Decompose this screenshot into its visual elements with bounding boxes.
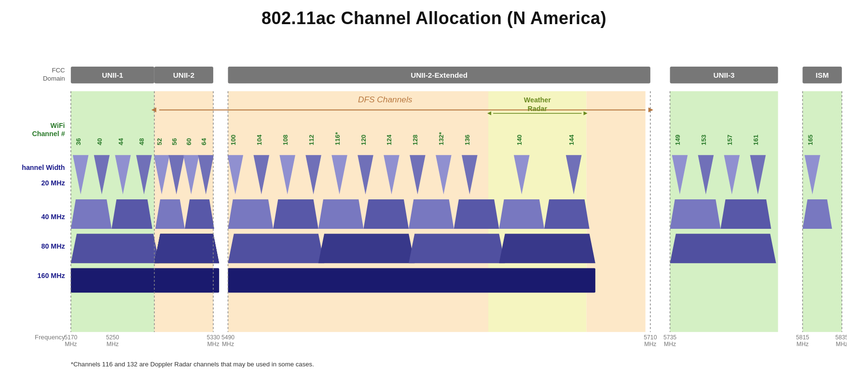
- svg-text:120: 120: [359, 135, 367, 145]
- svg-text:165: 165: [806, 135, 813, 145]
- svg-text:48: 48: [138, 138, 145, 145]
- svg-text:MHz: MHz: [796, 341, 808, 348]
- svg-rect-109: [228, 268, 595, 293]
- svg-marker-86: [111, 199, 152, 229]
- main-container: 802.11ac Channel Allocation (N America) …: [12, 3, 856, 388]
- svg-text:FCC: FCC: [52, 67, 65, 74]
- svg-text:112: 112: [307, 135, 315, 145]
- svg-text:5330: 5330: [207, 334, 220, 341]
- svg-text:UNII-2-Extended: UNII-2-Extended: [411, 71, 468, 79]
- svg-text:40 MHz: 40 MHz: [41, 212, 65, 220]
- svg-marker-106: [670, 234, 776, 263]
- svg-text:UNII-3: UNII-3: [713, 71, 734, 79]
- svg-text:UNII-1: UNII-1: [102, 71, 124, 79]
- svg-text:157: 157: [726, 135, 733, 145]
- svg-text:124: 124: [386, 134, 393, 145]
- svg-marker-88: [184, 199, 214, 229]
- svg-text:Channel #: Channel #: [32, 129, 65, 137]
- svg-text:161: 161: [752, 135, 759, 145]
- svg-marker-100: [70, 234, 159, 263]
- svg-marker-90: [273, 199, 318, 229]
- svg-text:5490: 5490: [221, 334, 234, 341]
- svg-text:128: 128: [412, 135, 419, 145]
- svg-text:5735: 5735: [663, 334, 676, 341]
- svg-text:MHz: MHz: [106, 341, 118, 348]
- svg-text:100: 100: [229, 135, 236, 145]
- svg-text:5815: 5815: [796, 334, 809, 341]
- svg-text:80 MHz: 80 MHz: [41, 242, 65, 250]
- svg-text:DFS Channels: DFS Channels: [358, 95, 412, 104]
- svg-marker-92: [363, 199, 409, 229]
- svg-marker-94: [454, 199, 499, 229]
- svg-marker-95: [499, 199, 544, 229]
- svg-marker-99: [802, 199, 832, 229]
- svg-text:40: 40: [96, 138, 103, 145]
- svg-marker-93: [409, 199, 454, 229]
- svg-text:MHz: MHz: [664, 341, 676, 348]
- svg-text:104: 104: [255, 134, 262, 145]
- svg-text:20 MHz: 20 MHz: [41, 179, 65, 187]
- svg-text:Radar: Radar: [527, 104, 547, 112]
- svg-text:36: 36: [75, 138, 82, 145]
- svg-text:52: 52: [156, 138, 163, 145]
- svg-marker-96: [544, 199, 590, 229]
- svg-text:160 MHz: 160 MHz: [37, 272, 65, 279]
- svg-text:MHz: MHz: [207, 341, 219, 348]
- svg-text:116*: 116*: [333, 132, 341, 145]
- svg-text:5170: 5170: [64, 334, 77, 341]
- svg-marker-104: [409, 234, 505, 263]
- svg-text:UNII-2: UNII-2: [173, 71, 194, 79]
- svg-marker-102: [228, 234, 324, 263]
- svg-text:ISM: ISM: [815, 71, 828, 79]
- svg-text:5835: 5835: [835, 334, 847, 341]
- svg-text:108: 108: [281, 135, 289, 145]
- svg-text:Channel Width: Channel Width: [22, 164, 65, 171]
- svg-rect-4: [586, 91, 645, 332]
- svg-marker-89: [228, 199, 273, 229]
- svg-marker-87: [155, 199, 184, 229]
- svg-marker-97: [670, 199, 720, 229]
- svg-text:MHz: MHz: [836, 341, 847, 348]
- svg-text:MHz: MHz: [644, 341, 656, 348]
- svg-text:140: 140: [516, 135, 523, 145]
- svg-text:Weather: Weather: [524, 96, 551, 104]
- svg-text:153: 153: [700, 135, 707, 145]
- svg-marker-98: [720, 199, 771, 229]
- svg-text:5250: 5250: [106, 334, 119, 341]
- svg-text:5710: 5710: [644, 334, 657, 341]
- svg-marker-91: [318, 199, 363, 229]
- svg-marker-103: [318, 234, 414, 263]
- svg-text:136: 136: [464, 135, 471, 145]
- page-title: 802.11ac Channel Allocation (N America): [22, 8, 847, 28]
- svg-text:MHz: MHz: [221, 341, 234, 348]
- svg-text:56: 56: [170, 138, 178, 145]
- svg-text:144: 144: [568, 134, 575, 145]
- svg-text:WiFi: WiFi: [50, 122, 65, 129]
- svg-rect-108: [70, 268, 219, 293]
- svg-text:MHz: MHz: [65, 341, 77, 348]
- svg-marker-85: [70, 199, 111, 229]
- svg-text:Domain: Domain: [43, 74, 65, 82]
- svg-marker-107: [154, 234, 219, 263]
- svg-text:64: 64: [200, 138, 207, 145]
- svg-text:44: 44: [117, 138, 124, 145]
- svg-marker-105: [499, 234, 595, 263]
- svg-marker-22: [648, 107, 653, 112]
- svg-text:149: 149: [674, 135, 681, 145]
- diagram: UNII-1 UNII-2 UNII-2-Extended UNII-3 ISM…: [22, 37, 847, 383]
- svg-text:132*: 132*: [438, 132, 445, 145]
- svg-text:60: 60: [185, 138, 193, 145]
- svg-text:Frequency: Frequency: [35, 334, 65, 341]
- svg-text:*Channels 116 and 132 are Dopp: *Channels 116 and 132 are Doppler Radar …: [70, 361, 314, 368]
